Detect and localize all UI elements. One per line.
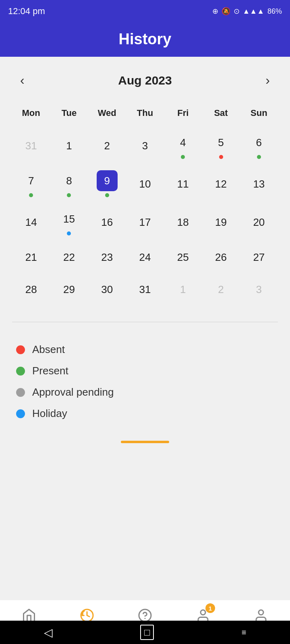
calendar-day-9-9[interactable]: 9 bbox=[88, 165, 126, 203]
day-number: 1 bbox=[172, 279, 193, 300]
day-number: 26 bbox=[211, 247, 232, 268]
day-number: 15 bbox=[58, 208, 79, 229]
calendar-day-7-7[interactable]: 7 bbox=[12, 165, 50, 203]
calendar-day-2-2[interactable]: 2 bbox=[88, 126, 126, 165]
day-dot-green bbox=[257, 155, 261, 159]
calendar-day-28-28[interactable]: 28 bbox=[12, 273, 50, 305]
calendar-day-3-3[interactable]: 3 bbox=[126, 126, 164, 165]
day-header-wed: Wed bbox=[88, 104, 126, 122]
calendar-day-23-23[interactable]: 23 bbox=[88, 241, 126, 273]
legend-absent: Absent bbox=[16, 343, 274, 356]
svg-point-3 bbox=[201, 610, 205, 615]
next-month-button[interactable]: › bbox=[261, 69, 274, 92]
day-number: 22 bbox=[58, 247, 79, 268]
day-number: 23 bbox=[97, 247, 118, 268]
page-title: History bbox=[0, 31, 290, 48]
day-number: 1 bbox=[58, 135, 79, 156]
calendar-day-26-26[interactable]: 26 bbox=[202, 241, 240, 273]
approval-dot bbox=[16, 388, 25, 397]
day-number: 18 bbox=[172, 212, 193, 233]
day-number: 3 bbox=[135, 135, 155, 156]
calendar-day-3-34[interactable]: 3 bbox=[240, 273, 278, 305]
yellow-indicator-bar bbox=[121, 441, 169, 443]
day-number: 24 bbox=[135, 247, 155, 268]
android-home-btn[interactable]: □ bbox=[140, 625, 154, 640]
calendar-day-12-12[interactable]: 12 bbox=[202, 165, 240, 203]
svg-point-4 bbox=[259, 610, 263, 615]
day-number: 19 bbox=[211, 212, 232, 233]
calendar-day-1-1[interactable]: 1 bbox=[50, 126, 88, 165]
calendar-container: ‹ Aug 2023 › Mon Tue Wed Thu Fri Sat Sun… bbox=[0, 57, 290, 314]
legend-holiday: Holiday bbox=[16, 407, 274, 420]
day-number: 11 bbox=[172, 173, 193, 194]
sim-icon: ⊕ bbox=[212, 7, 218, 16]
prev-month-button[interactable]: ‹ bbox=[16, 69, 29, 92]
calendar-day-10-10[interactable]: 10 bbox=[126, 165, 164, 203]
day-number: 17 bbox=[135, 212, 155, 233]
calendar-day-21-21[interactable]: 21 bbox=[12, 241, 50, 273]
approval-label: Approval pending bbox=[32, 386, 114, 398]
calendar-day-1-32[interactable]: 1 bbox=[164, 273, 202, 305]
android-menu-btn[interactable]: ≡ bbox=[242, 628, 246, 637]
day-dot-green bbox=[181, 155, 185, 159]
calendar-day-31-0[interactable]: 31 bbox=[12, 126, 50, 165]
calendar-day-22-22[interactable]: 22 bbox=[50, 241, 88, 273]
calendar-day-18-18[interactable]: 18 bbox=[164, 203, 202, 241]
signal-icon: ▲▲▲ bbox=[243, 7, 264, 16]
day-number: 12 bbox=[211, 173, 232, 194]
day-number: 14 bbox=[21, 212, 41, 233]
calendar-day-20-20[interactable]: 20 bbox=[240, 203, 278, 241]
day-number: 28 bbox=[21, 279, 41, 300]
legend-present: Present bbox=[16, 365, 274, 377]
day-number: 25 bbox=[172, 247, 193, 268]
day-dot-green bbox=[29, 193, 33, 197]
calendar-day-13-13[interactable]: 13 bbox=[240, 165, 278, 203]
calendar-grid: Mon Tue Wed Thu Fri Sat Sun 311234567891… bbox=[12, 104, 278, 305]
calendar-day-6-6[interactable]: 6 bbox=[240, 126, 278, 165]
calendar-day-4-4[interactable]: 4 bbox=[164, 126, 202, 165]
calendar-day-19-19[interactable]: 19 bbox=[202, 203, 240, 241]
calendar-day-2-33[interactable]: 2 bbox=[202, 273, 240, 305]
calendar-day-16-16[interactable]: 16 bbox=[88, 203, 126, 241]
calendar-day-31-31[interactable]: 31 bbox=[126, 273, 164, 305]
day-number: 7 bbox=[21, 170, 41, 191]
divider bbox=[12, 322, 278, 322]
day-number: 31 bbox=[135, 279, 155, 300]
legend: Absent Present Approval pending Holiday bbox=[0, 330, 290, 433]
status-time: 12:04 pm bbox=[8, 6, 45, 17]
calendar-day-27-27[interactable]: 27 bbox=[240, 241, 278, 273]
battery-icon: 86% bbox=[267, 7, 282, 16]
calendar-day-14-14[interactable]: 14 bbox=[12, 203, 50, 241]
holiday-label: Holiday bbox=[32, 407, 67, 420]
employees-badge: 1 bbox=[205, 603, 215, 613]
absent-label: Absent bbox=[32, 343, 65, 356]
calendar-day-8-8[interactable]: 8 bbox=[50, 165, 88, 203]
day-dot-green bbox=[67, 193, 71, 197]
calendar-day-17-17[interactable]: 17 bbox=[126, 203, 164, 241]
calendar-days: 3112345678910111213141516171819202122232… bbox=[12, 126, 278, 305]
day-number: 29 bbox=[58, 279, 79, 300]
day-header-sun: Sun bbox=[240, 104, 278, 122]
month-year-label: Aug 2023 bbox=[118, 74, 172, 87]
calendar-day-30-30[interactable]: 30 bbox=[88, 273, 126, 305]
calendar-day-5-5[interactable]: 5 bbox=[202, 126, 240, 165]
day-number: 30 bbox=[97, 279, 118, 300]
calendar-day-29-29[interactable]: 29 bbox=[50, 273, 88, 305]
calendar-day-25-25[interactable]: 25 bbox=[164, 241, 202, 273]
calendar-day-15-15[interactable]: 15 bbox=[50, 203, 88, 241]
calendar-day-24-24[interactable]: 24 bbox=[126, 241, 164, 273]
calendar-day-11-11[interactable]: 11 bbox=[164, 165, 202, 203]
day-number: 9 bbox=[97, 170, 118, 191]
day-number: 10 bbox=[135, 173, 155, 194]
present-label: Present bbox=[32, 365, 68, 377]
day-header-thu: Thu bbox=[126, 104, 164, 122]
day-number: 5 bbox=[211, 132, 232, 153]
day-number: 4 bbox=[172, 132, 193, 153]
day-header-mon: Mon bbox=[12, 104, 50, 122]
legend-approval: Approval pending bbox=[16, 386, 274, 398]
day-number: 8 bbox=[58, 170, 79, 191]
status-bar: 12:04 pm ⊕ 🔕 ⊙ ▲▲▲ 86% bbox=[0, 0, 290, 23]
android-back-btn[interactable]: ◁ bbox=[44, 626, 53, 639]
day-header-sat: Sat bbox=[202, 104, 240, 122]
day-header-tue: Tue bbox=[50, 104, 88, 122]
